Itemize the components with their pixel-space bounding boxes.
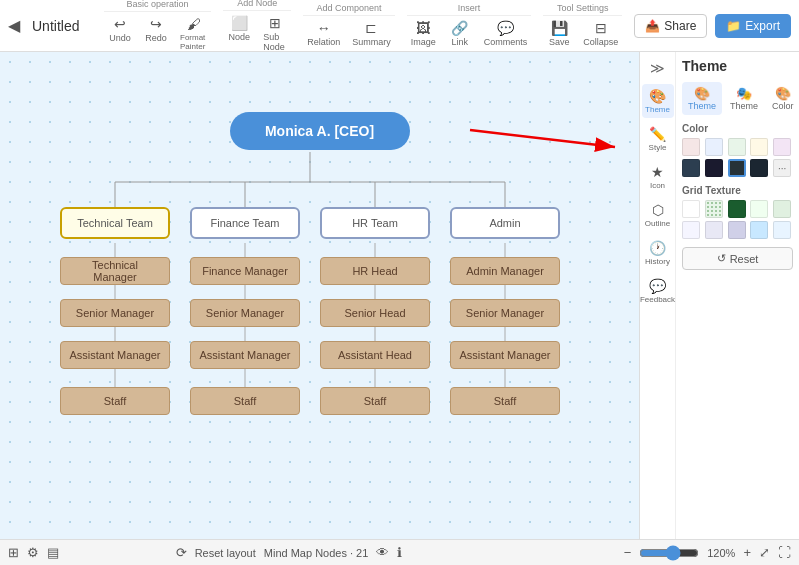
hr-senior-head-node[interactable]: Senior Head <box>320 299 430 327</box>
technical-team-node[interactable]: Technical Team <box>60 207 170 239</box>
svg-line-23 <box>470 130 615 147</box>
right-panel: ≫ 🎨 Theme ✏️ Style ★ Icon ⬡ Outline 🕐 Hi… <box>639 52 799 539</box>
panel-header: Theme <box>682 58 793 74</box>
hr-staff-node[interactable]: Staff <box>320 387 430 415</box>
ceo-label: Monica A. [CEO] <box>265 123 374 139</box>
tab-theme2-icon: 🎭 <box>736 86 752 101</box>
toolbar: ◀ Untitled Basic operation ↩Undo ↪Redo 🖌… <box>0 0 799 52</box>
export-button[interactable]: 📁 Export <box>715 14 791 38</box>
relation-button[interactable]: ↔Relation <box>303 18 344 49</box>
format-painter-button[interactable]: 🖌Format Painter <box>176 14 211 53</box>
technical-senior-manager-node[interactable]: Senior Manager <box>60 299 170 327</box>
node-button[interactable]: ⬜Node <box>223 13 255 54</box>
texture-5[interactable] <box>682 221 700 239</box>
texture-2[interactable] <box>728 200 746 218</box>
toolbar-group-tool-settings: Tool Settings 💾Save ⊟Collapse <box>543 3 622 49</box>
group-label-insert: Insert <box>407 3 532 16</box>
eye-icon[interactable]: 👁 <box>376 545 389 560</box>
tab-theme-icon: 🎨 <box>694 86 710 101</box>
zoom-in-icon[interactable]: + <box>743 545 751 560</box>
color-swatch-3[interactable] <box>750 138 768 156</box>
link-button[interactable]: 🔗Link <box>444 18 476 49</box>
tab-theme-label: Theme <box>688 101 716 111</box>
reset-button[interactable]: ↺ Reset <box>682 247 793 270</box>
reset-icon: ↺ <box>717 252 726 265</box>
sidebar-outline-label: Outline <box>645 219 670 228</box>
texture-3[interactable] <box>750 200 768 218</box>
reset-layout-label[interactable]: Reset layout <box>195 547 256 559</box>
fullscreen-icon[interactable]: ⛶ <box>778 545 791 560</box>
save-button[interactable]: 💾Save <box>543 18 575 49</box>
sidebar-outline-item[interactable]: ⬡ Outline <box>642 198 674 232</box>
grid-icon[interactable]: ⊞ <box>8 545 19 560</box>
finance-team-node[interactable]: Finance Team <box>190 207 300 239</box>
tab-theme[interactable]: 🎨 Theme <box>682 82 722 115</box>
settings-icon[interactable]: ⚙ <box>27 545 39 560</box>
canvas[interactable]: Monica A. [CEO] Technical Team Technical… <box>0 52 639 539</box>
layers-icon[interactable]: ▤ <box>47 545 59 560</box>
color-swatch-1[interactable] <box>705 138 723 156</box>
info-icon[interactable]: ℹ <box>397 545 402 560</box>
statusbar-left: ⊞ ⚙ ▤ <box>8 545 59 560</box>
texture-7[interactable] <box>728 221 746 239</box>
texture-9[interactable] <box>773 221 791 239</box>
tab-theme2[interactable]: 🎭 Theme <box>724 82 764 115</box>
panel-collapse-button[interactable]: ≫ <box>642 56 674 80</box>
texture-8[interactable] <box>750 221 768 239</box>
color-swatch-8[interactable] <box>750 159 768 177</box>
color-swatch-2[interactable] <box>728 138 746 156</box>
share-button[interactable]: 📤 Share <box>634 14 707 38</box>
zoom-out-icon[interactable]: − <box>624 545 632 560</box>
sidebar-theme-item[interactable]: 🎨 Theme <box>642 84 674 118</box>
color-swatch-0[interactable] <box>682 138 700 156</box>
image-button[interactable]: 🖼Image <box>407 18 440 49</box>
share-icon: 📤 <box>645 19 660 33</box>
technical-staff-node[interactable]: Staff <box>60 387 170 415</box>
ceo-node[interactable]: Monica A. [CEO] <box>230 112 410 150</box>
color-swatch-7[interactable] <box>728 159 746 177</box>
tab-color-icon: 🎨 <box>775 86 791 101</box>
texture-0[interactable] <box>682 200 700 218</box>
finance-staff-node[interactable]: Staff <box>190 387 300 415</box>
summary-button[interactable]: ⊏Summary <box>348 18 395 49</box>
color-swatch-4[interactable] <box>773 138 791 156</box>
tab-color[interactable]: 🎨 Color <box>766 82 799 115</box>
admin-manager-node[interactable]: Admin Manager <box>450 257 560 285</box>
texture-6[interactable] <box>705 221 723 239</box>
technical-asst-manager-node[interactable]: Assistant Manager <box>60 341 170 369</box>
hr-team-node[interactable]: HR Team <box>320 207 430 239</box>
feedback-icon: 💬 <box>649 278 666 294</box>
hr-head-node[interactable]: HR Head <box>320 257 430 285</box>
sub-node-button[interactable]: ⊞Sub Node <box>259 13 291 54</box>
texture-1[interactable] <box>705 200 723 218</box>
sidebar-icon-item[interactable]: ★ Icon <box>642 160 674 194</box>
hr-asst-head-node[interactable]: Assistant Head <box>320 341 430 369</box>
texture-4[interactable] <box>773 200 791 218</box>
sidebar-style-item[interactable]: ✏️ Style <box>642 122 674 156</box>
export-label: Export <box>745 19 780 33</box>
finance-asst-manager-node[interactable]: Assistant Manager <box>190 341 300 369</box>
technical-manager-node[interactable]: Technical Manager <box>60 257 170 285</box>
admin-asst-manager-node[interactable]: Assistant Manager <box>450 341 560 369</box>
toolbar-group-add-component: Add Component ↔Relation ⊏Summary <box>303 3 395 49</box>
color-swatch-more[interactable]: ··· <box>773 159 791 177</box>
undo-button[interactable]: ↩Undo <box>104 14 136 53</box>
comments-button[interactable]: 💬Comments <box>480 18 532 49</box>
admin-team-node[interactable]: Admin <box>450 207 560 239</box>
color-swatch-6[interactable] <box>705 159 723 177</box>
reset-layout-icon[interactable]: ⟳ <box>176 545 187 560</box>
zoom-slider[interactable] <box>639 545 699 561</box>
finance-senior-manager-node[interactable]: Senior Manager <box>190 299 300 327</box>
admin-senior-manager-node[interactable]: Senior Manager <box>450 299 560 327</box>
sidebar-history-item[interactable]: 🕐 History <box>642 236 674 270</box>
back-button[interactable]: ◀ <box>8 16 20 35</box>
redo-button[interactable]: ↪Redo <box>140 14 172 53</box>
finance-manager-node[interactable]: Finance Manager <box>190 257 300 285</box>
color-swatch-5[interactable] <box>682 159 700 177</box>
collapse-button[interactable]: ⊟Collapse <box>579 18 622 49</box>
group-label-tool-settings: Tool Settings <box>543 3 622 16</box>
node-info-label: Mind Map Nodes · 21 <box>264 547 369 559</box>
fit-icon[interactable]: ⤢ <box>759 545 770 560</box>
admin-staff-node[interactable]: Staff <box>450 387 560 415</box>
sidebar-feedback-item[interactable]: 💬 Feedback <box>642 274 674 308</box>
